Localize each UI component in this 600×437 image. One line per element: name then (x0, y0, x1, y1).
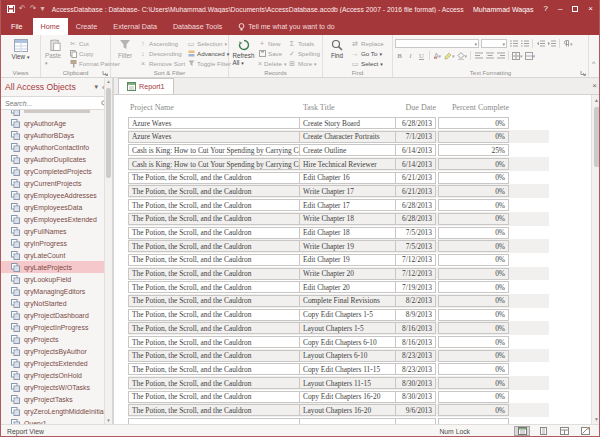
qat-customize-icon[interactable]: ▾ (40, 5, 44, 13)
nav-item[interactable]: qryProjectsExtended (1, 357, 112, 369)
remove-sort-button[interactable]: ×Remove Sort (139, 59, 185, 68)
nav-item[interactable]: qryZeroLengthMiddleInitial (1, 405, 112, 417)
alternate-row-color-button[interactable]: ▾ (525, 51, 536, 60)
nav-scroll-down-icon[interactable]: ▼ (106, 418, 111, 423)
gridlines-button[interactable]: ▾ (512, 51, 523, 60)
save-icon[interactable] (7, 5, 15, 13)
clipboard-dialog-launcher-icon[interactable] (102, 70, 108, 76)
nav-menu-icon[interactable]: ▾ (93, 83, 101, 91)
print-preview-button[interactable] (535, 426, 551, 436)
nav-item[interactable]: qryLookupField (1, 273, 112, 285)
refresh-all-button[interactable]: Refresh All ▾ (231, 37, 256, 68)
new-record-button[interactable]: +New (258, 39, 286, 48)
nav-item[interactable]: qryEmployeesData (1, 201, 112, 213)
nav-item[interactable]: qryLateProjects (1, 261, 112, 273)
nav-item[interactable]: qryAuthorDuplicates (1, 153, 112, 165)
toggle-filter-button[interactable]: Toggle Filter (187, 59, 231, 68)
paste-button[interactable]: Paste ▾ (43, 37, 67, 68)
ribbon-tab[interactable]: Home (33, 18, 68, 35)
goto-button[interactable]: →Go To ▾ (351, 49, 389, 58)
tell-me-box[interactable]: Tell me what you want to do (230, 18, 342, 35)
delete-record-button[interactable]: ×Delete ▾ (258, 59, 286, 68)
nav-item[interactable]: qryProjectsOnHold (1, 369, 112, 381)
close-button[interactable]: × (588, 4, 593, 14)
nav-item[interactable]: qryProjectInProgress (1, 321, 112, 333)
replace-button[interactable]: ⇄Replace (351, 39, 389, 48)
font-size-combo[interactable]: ▾ (481, 39, 507, 48)
nav-item[interactable]: qryProjectsByAuthor (1, 345, 112, 357)
ribbon-tab[interactable]: Create (68, 18, 106, 35)
text-formatting-dialog-launcher-icon[interactable] (580, 70, 586, 76)
help-button[interactable]: ? (543, 4, 547, 14)
nav-item[interactable] (1, 110, 112, 117)
doc-scroll-up-icon[interactable]: ▲ (592, 97, 600, 103)
nav-item[interactable]: qryAuthorContactInfo (1, 141, 112, 153)
nav-scroll-thumb[interactable] (106, 88, 111, 178)
nav-item[interactable]: qryAuthorAge (1, 117, 112, 129)
font-color-button[interactable]: A▾ (433, 51, 442, 60)
align-center-icon[interactable] (485, 51, 494, 60)
collapse-ribbon-icon[interactable]: ^ (589, 35, 598, 77)
nav-item[interactable]: qryEmployeeAddresses (1, 189, 112, 201)
nav-item[interactable]: qryLateCount (1, 249, 112, 261)
doc-scroll-down-icon[interactable]: ▼ (592, 416, 600, 422)
ribbon-tab[interactable]: File (1, 18, 33, 35)
ribbon-tab[interactable]: Database Tools (165, 18, 230, 35)
minimize-button[interactable]: – (558, 4, 562, 14)
nav-item[interactable]: Query1 (1, 417, 112, 424)
undo-icon[interactable]: ↶ (19, 5, 26, 13)
more-button[interactable]: ⊞More ▾ (288, 59, 320, 68)
report-view-button[interactable] (514, 426, 530, 436)
tab-report1[interactable]: Report1 (118, 78, 174, 94)
nav-item[interactable]: qryCompletedProjects (1, 165, 112, 177)
ribbon-tab[interactable]: External Data (105, 18, 165, 35)
maximize-button[interactable] (572, 6, 578, 12)
view-button[interactable]: View ▾ (9, 37, 33, 68)
bullets-icon[interactable] (509, 39, 518, 48)
selection-button[interactable]: ▭Selection ▾ (187, 39, 231, 48)
nav-item[interactable]: qryProjectsW/OTasks (1, 381, 112, 393)
paragraph-marks-icon[interactable]: ▾ (563, 39, 573, 48)
align-right-icon[interactable] (496, 51, 505, 60)
numbering-icon[interactable] (520, 39, 529, 48)
doc-scroll-thumb[interactable] (594, 107, 600, 167)
close-tab-icon[interactable]: × (592, 81, 597, 90)
layout-view-button[interactable] (556, 426, 572, 436)
nav-scroll-up-icon[interactable]: ▲ (106, 79, 111, 84)
nav-item[interactable]: qryProjectDashboard (1, 309, 112, 321)
nav-item[interactable]: qryAuthorBDays (1, 129, 112, 141)
underline-button[interactable]: U (417, 51, 426, 60)
select-button[interactable]: ▭Select ▾ (351, 59, 389, 68)
spelling-button[interactable]: ✓Spelling (288, 49, 320, 58)
nav-item[interactable]: qryCurrentProjects (1, 177, 112, 189)
nav-item[interactable]: qryManagingEditors (1, 285, 112, 297)
design-view-button[interactable] (577, 426, 593, 436)
user-name[interactable]: Muhammad Waqas (473, 6, 533, 13)
nav-item[interactable]: qryFullNames (1, 225, 112, 237)
bold-button[interactable]: B (395, 51, 404, 60)
advanced-button[interactable]: Advanced ▾ (187, 49, 231, 58)
filter-button[interactable]: Filter (113, 37, 137, 68)
nav-item[interactable]: qryProjects (1, 333, 112, 345)
increase-indent-icon[interactable] (547, 39, 556, 48)
save-record-button[interactable]: Save (258, 49, 286, 58)
nav-scrollbar[interactable]: ▲ ▼ (104, 78, 112, 424)
nav-item[interactable]: qryProjectTasks (1, 393, 112, 405)
totals-button[interactable]: ΣTotals (288, 39, 320, 48)
italic-button[interactable]: I (406, 51, 415, 60)
decrease-indent-icon[interactable] (536, 39, 545, 48)
ascending-button[interactable]: ↑Ascending (139, 39, 185, 48)
nav-item[interactable]: qryNotStarted (1, 297, 112, 309)
descending-button[interactable]: ↓Descending (139, 49, 185, 58)
background-color-button[interactable]: ▾ (457, 51, 468, 60)
document-scrollbar[interactable]: ▲ ▼ (591, 95, 600, 424)
cell-project-name: Azure Waves (128, 117, 300, 129)
nav-item[interactable]: qryInProgress (1, 237, 112, 249)
nav-item[interactable]: qryEmployeesExtended (1, 213, 112, 225)
font-name-combo[interactable]: ▾ (395, 39, 479, 48)
search-input[interactable] (5, 100, 101, 107)
find-button[interactable]: Find (325, 37, 349, 68)
redo-icon[interactable]: ↷ (30, 5, 37, 13)
align-left-icon[interactable] (474, 51, 483, 60)
highlight-color-button[interactable]: ▾ (444, 51, 455, 60)
